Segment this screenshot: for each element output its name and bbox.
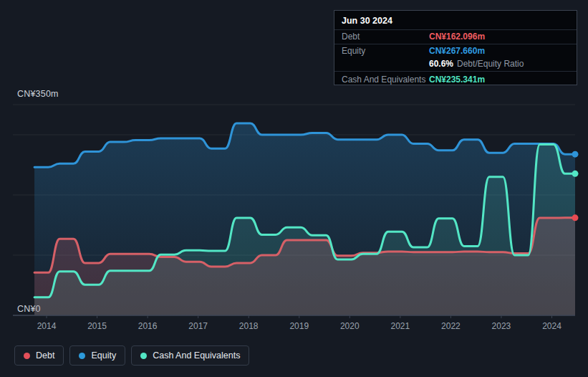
chart-tooltip: Jun 30 2024 Debt CN¥162.096m Equity CN¥2… (334, 10, 577, 85)
tooltip-ratio-label: Debt/Equity Ratio (457, 59, 524, 69)
legend-equity-label: Equity (91, 350, 116, 361)
cash-and-equivalents-endpoint-dot (572, 171, 579, 177)
x-axis-label-2022: 2022 (441, 321, 461, 331)
tooltip-cash-label: Cash And Equivalents (342, 74, 429, 86)
legend-item-debt[interactable]: Debt (14, 345, 64, 366)
tooltip-ratio-pct: 60.6% (429, 59, 453, 69)
cash-dot-icon (140, 353, 147, 359)
legend-item-cash[interactable]: Cash And Equivalents (131, 345, 249, 366)
tooltip-date: Jun 30 2024 (334, 11, 577, 29)
x-axis-label-2016: 2016 (138, 321, 158, 331)
legend-cash-label: Cash And Equivalents (153, 350, 240, 361)
tooltip-debt-value: CN¥162.096m (429, 31, 485, 43)
equity-endpoint-dot (572, 151, 579, 158)
chart-legend: Debt Equity Cash And Equivalents (14, 345, 249, 366)
debt-dot-icon (24, 353, 30, 359)
x-axis-label-2024: 2024 (542, 321, 562, 331)
equity-dot-icon (79, 353, 85, 359)
tooltip-row-equity: Equity CN¥267.660m (334, 44, 577, 58)
x-axis-label-2020: 2020 (340, 321, 360, 331)
debt-endpoint-dot (572, 214, 579, 221)
tooltip-equity-label: Equity (342, 45, 429, 57)
x-axis-label-2023: 2023 (492, 321, 511, 331)
x-axis-label-2021: 2021 (390, 321, 410, 331)
x-axis-label-2018: 2018 (239, 321, 259, 331)
tooltip-cash-value: CN¥235.341m (429, 74, 485, 86)
tooltip-equity-value: CN¥267.660m (429, 45, 485, 57)
legend-debt-label: Debt (36, 350, 54, 361)
tooltip-debt-label: Debt (342, 31, 429, 43)
legend-item-equity[interactable]: Equity (69, 345, 125, 366)
x-axis-label-2017: 2017 (188, 321, 208, 331)
x-axis-label-2015: 2015 (87, 321, 107, 331)
tooltip-row-debt: Debt CN¥162.096m (334, 29, 577, 44)
debt-equity-history-page: { "y_axis": { "top_label": "CN¥350m", "b… (0, 0, 588, 377)
x-axis-label-2019: 2019 (289, 321, 309, 331)
x-axis-label-2014: 2014 (37, 321, 57, 331)
tooltip-ratio: 60.6%Debt/Equity Ratio (429, 58, 524, 70)
tooltip-row-ratio: 60.6%Debt/Equity Ratio (334, 57, 577, 71)
tooltip-row-cash: Cash And Equivalents CN¥235.341m (334, 71, 577, 87)
